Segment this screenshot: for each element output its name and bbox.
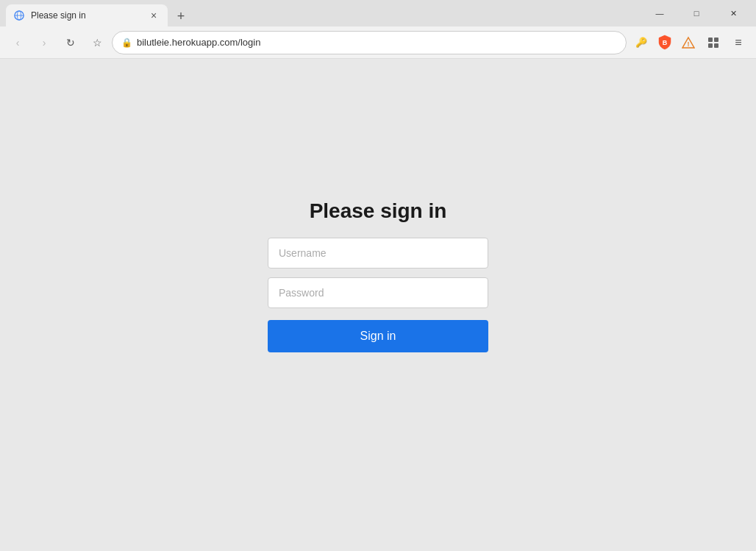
address-bar[interactable]: 🔒 bilutleie.herokuapp.com/login [112,31,627,54]
minimize-button[interactable]: — [643,1,677,25]
menu-button[interactable]: ≡ [727,31,750,54]
window-controls: — □ ✕ [643,1,750,25]
lock-icon: 🔒 [121,38,132,48]
new-tab-button[interactable]: + [171,6,191,26]
maximize-button[interactable]: □ [680,1,713,25]
browser-window: Please sign in × + — □ ✕ ‹ › ↻ ☆ 🔒 bilut… [0,0,756,551]
password-input[interactable] [268,277,488,308]
svg-text:B: B [663,39,668,46]
page-title: Please sign in [310,199,447,223]
bookmark-button[interactable]: ☆ [85,31,109,54]
sign-in-button[interactable]: Sign in [268,320,488,352]
reload-button[interactable]: ↻ [59,31,82,54]
notification-icon[interactable]: ! [677,31,700,54]
tab-title: Please sign in [31,10,141,21]
brave-shield-icon[interactable]: B [655,32,675,53]
url-text: bilutleie.herokuapp.com/login [137,37,617,48]
extensions-button[interactable] [702,31,725,54]
tab-favicon [13,10,25,21]
username-input[interactable] [268,238,488,269]
close-button[interactable]: ✕ [716,1,750,25]
back-button[interactable]: ‹ [6,31,29,54]
tab-close-button[interactable]: × [147,9,160,22]
page-content: Please sign in Sign in [0,59,756,551]
tab-bar: Please sign in × + [6,0,643,26]
password-manager-icon[interactable]: 🔑 [630,31,653,54]
nav-right-controls: 🔑 B ! [630,31,750,54]
forward-button[interactable]: › [32,31,56,54]
navigation-bar: ‹ › ↻ ☆ 🔒 bilutleie.herokuapp.com/login … [0,26,756,59]
login-form: Sign in [268,238,488,352]
title-bar: Please sign in × + — □ ✕ [0,0,756,26]
svg-rect-9 [714,43,718,48]
login-container: Please sign in Sign in [268,199,488,352]
svg-rect-8 [708,43,713,48]
svg-rect-6 [708,38,713,42]
active-tab[interactable]: Please sign in × [6,4,168,26]
svg-text:!: ! [688,40,690,48]
svg-rect-7 [714,38,718,42]
